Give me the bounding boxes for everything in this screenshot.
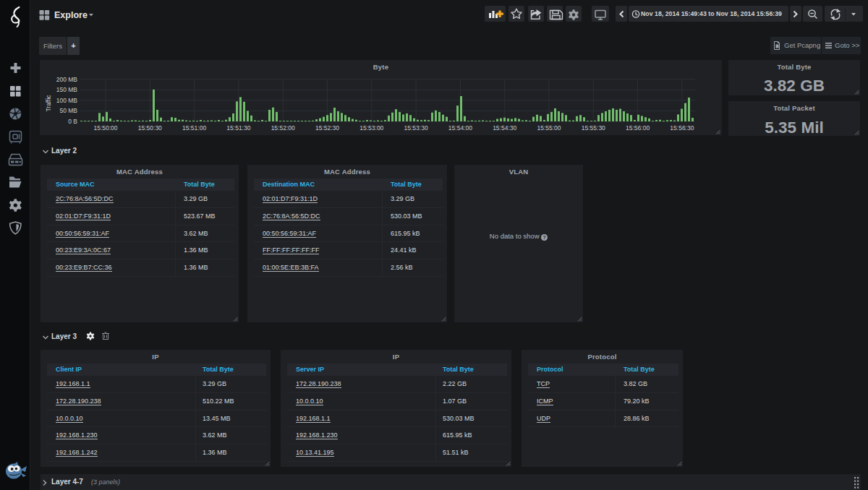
svg-text:200 MB: 200 MB xyxy=(56,76,78,83)
svg-text:15:56:00: 15:56:00 xyxy=(626,124,650,132)
svg-text:Traffic: Traffic xyxy=(45,95,52,112)
svg-text:15:55:30: 15:55:30 xyxy=(582,124,605,132)
svg-text:15:56:30: 15:56:30 xyxy=(670,124,694,132)
svg-text:15:54:00: 15:54:00 xyxy=(448,124,472,132)
svg-text:15:51:00: 15:51:00 xyxy=(182,124,206,132)
svg-text:15:53:30: 15:53:30 xyxy=(404,124,428,132)
svg-text:15:55:00: 15:55:00 xyxy=(537,124,561,132)
svg-text:15:50:30: 15:50:30 xyxy=(138,124,162,132)
svg-text:15:52:00: 15:52:00 xyxy=(271,124,295,132)
svg-text:15:52:30: 15:52:30 xyxy=(315,124,339,132)
svg-text:15:54:30: 15:54:30 xyxy=(493,124,516,132)
svg-text:15:50:00: 15:50:00 xyxy=(93,124,117,132)
svg-text:100 MB: 100 MB xyxy=(56,97,78,104)
svg-text:15:53:00: 15:53:00 xyxy=(359,124,383,132)
svg-text:150 MB: 150 MB xyxy=(56,86,78,93)
svg-text:15:51:30: 15:51:30 xyxy=(226,124,250,132)
svg-text:0 B: 0 B xyxy=(68,118,77,125)
svg-text:50 MB: 50 MB xyxy=(59,107,77,114)
